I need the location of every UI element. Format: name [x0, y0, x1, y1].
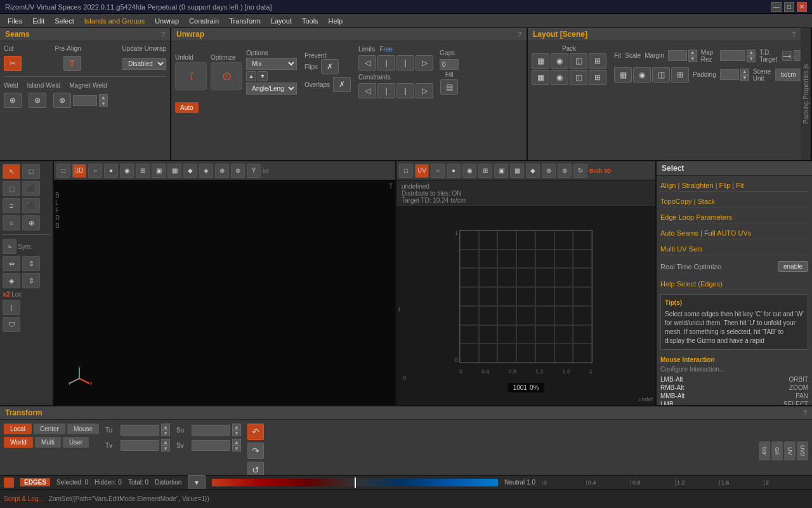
weld-value-spinner[interactable]: ▲ ▼ [99, 94, 108, 107]
limit-right-icon[interactable]: ▷ [416, 55, 433, 70]
uv2-tab[interactable]: UV2 [797, 441, 808, 460]
vp3d-3d-icon[interactable]: 3D [72, 164, 86, 178]
tu-down[interactable]: ▼ [161, 430, 170, 436]
unwrap-arrow-up-icon[interactable]: ▲ [246, 71, 256, 81]
mapRez-up[interactable]: ▲ [747, 50, 756, 56]
right-link-multiuv[interactable]: Multi UV Sets [660, 243, 808, 255]
overlaps-icon[interactable]: ✗ [333, 77, 351, 92]
mirror-h-icon[interactable]: ⇔ [3, 256, 20, 271]
multi-button[interactable]: Multi [35, 437, 61, 448]
gri-tab[interactable]: Gri [771, 441, 783, 460]
packing-properties-sidebar[interactable]: Packing Properties |s [801, 28, 812, 160]
fill-icon[interactable]: ▤ [440, 79, 458, 95]
pack-icon5[interactable]: ▦ [532, 70, 549, 85]
limit-mid2-icon[interactable]: | [396, 55, 414, 70]
tv-spinner[interactable]: ▲ ▼ [161, 439, 170, 451]
vpuv-shading-icon[interactable]: ○ [431, 164, 445, 178]
box-select-icon[interactable]: □ [22, 164, 40, 179]
sv-input[interactable]: 0 [192, 440, 230, 451]
unwrap-arrow-down-icon[interactable]: ▼ [258, 71, 268, 81]
menu-tools[interactable]: Tools [297, 16, 324, 26]
tv-down[interactable]: ▼ [161, 445, 170, 451]
limit-left-icon[interactable]: ◁ [358, 55, 376, 70]
mapRez-down[interactable]: ▼ [747, 56, 756, 62]
vp3d-sphere1-icon[interactable]: ● [104, 164, 118, 178]
auto-button[interactable]: Auto [175, 102, 199, 113]
constraint-right-icon[interactable]: ▷ [416, 83, 433, 98]
vpuv-opt-icon[interactable]: ⊛ [558, 164, 572, 178]
scr-tab[interactable]: Scr [759, 441, 770, 460]
right-link-topocopy[interactable]: TopoCopy | Stack [660, 196, 808, 208]
pack-icon3[interactable]: ◫ [570, 53, 587, 69]
weld-spinner-up[interactable]: ▲ [99, 94, 108, 100]
window-controls[interactable]: — □ ✕ [771, 2, 807, 12]
align-icon[interactable]: T [63, 56, 81, 71]
constraint-left-icon[interactable]: ◁ [358, 83, 376, 98]
unwrap-help[interactable]: ? [518, 30, 521, 38]
tdTarget-icon[interactable]: ⟶ [782, 51, 792, 61]
weld-icon[interactable]: ⊕ [4, 93, 22, 108]
menu-layout[interactable]: Layout [266, 16, 297, 26]
weld-value-input[interactable]: 0.001 [73, 95, 97, 106]
tool7-icon[interactable]: ◈ [3, 273, 20, 288]
vpuv-sphere1-icon[interactable]: ● [447, 164, 461, 178]
sv-down[interactable]: ▼ [232, 445, 241, 451]
layout-icon12[interactable]: ⊞ [671, 67, 689, 83]
right-link-helpselect[interactable]: Help Select (Edges) [660, 278, 808, 290]
padding-down[interactable]: ▼ [740, 75, 749, 81]
right-link-autoseams[interactable]: Auto Seams | Full AUTO UVs [660, 227, 808, 239]
maximize-button[interactable]: □ [784, 2, 794, 12]
vpuv-checker-icon[interactable]: ⊞ [478, 164, 492, 178]
pin-icon[interactable]: ⬛ [22, 198, 40, 213]
seams-help[interactable]: ? [161, 30, 165, 38]
paint-select-icon[interactable]: ⬛ [22, 181, 40, 196]
padding-up[interactable]: ▲ [740, 69, 749, 75]
layout-icon9[interactable]: ▦ [614, 67, 632, 83]
margin-input[interactable]: 8 [668, 50, 687, 61]
sphere-icon[interactable]: ○ [3, 215, 20, 231]
transform-help[interactable]: ? [803, 409, 807, 417]
su-spinner[interactable]: ▲ ▼ [232, 424, 241, 436]
sv-up[interactable]: ▲ [232, 439, 241, 445]
vp3d-checker-icon[interactable]: ⊞ [136, 164, 150, 178]
pack-icon4[interactable]: ⊞ [589, 53, 606, 69]
gaps-value[interactable] [440, 59, 459, 70]
vp3d-up-icon[interactable]: Y [247, 164, 261, 178]
tu-spinner[interactable]: ▲ ▼ [161, 424, 170, 436]
pack-icon2[interactable]: ◉ [551, 53, 568, 69]
cut-scissors-icon[interactable]: ✂ [4, 56, 22, 71]
vp3d-tex1-icon[interactable]: ▣ [152, 164, 166, 178]
optimize-button[interactable]: ⊙ [211, 62, 242, 90]
vpuv-focus-icon[interactable]: ⊕ [542, 164, 556, 178]
tv-input[interactable]: 0 [121, 440, 159, 451]
menu-transform[interactable]: Transform [224, 16, 266, 26]
sym-icon[interactable]: ≈ [3, 239, 16, 254]
vp3d-tex2-icon[interactable]: ▦ [167, 164, 181, 178]
vpuv-tex3-icon[interactable]: ◆ [526, 164, 540, 178]
close-button[interactable]: ✕ [797, 2, 807, 12]
tu-up[interactable]: ▲ [161, 424, 170, 430]
angleLength-dropdown[interactable]: Angle/Length [246, 83, 297, 95]
local-button[interactable]: Local [4, 424, 32, 434]
padding-input[interactable]: 16 [720, 69, 739, 80]
minimize-button[interactable]: — [771, 2, 782, 12]
uv-tab[interactable]: UV [784, 441, 796, 460]
tu-input[interactable]: 0 [121, 425, 159, 436]
layout-icon10[interactable]: ◉ [633, 67, 651, 83]
su-down[interactable]: ▼ [232, 430, 241, 436]
tool8-icon[interactable]: ⇕ [22, 273, 40, 288]
menu-islands-groups[interactable]: Islands and Groups [79, 16, 150, 26]
sv-spinner[interactable]: ▲ ▼ [232, 439, 241, 451]
vp3d-shading-icon[interactable]: ○ [88, 164, 102, 178]
right-link-realtime[interactable]: Real Time Optimize enable [660, 259, 808, 274]
uv-viewport-canvas[interactable]: 1 0 for(let i=0;i<49;i++){ document.writ… [396, 207, 655, 405]
vpuv-sphere2-icon[interactable]: ◉ [462, 164, 476, 178]
vp3d-opt-icon[interactable]: ⊛ [231, 164, 245, 178]
layout-help[interactable]: ? [792, 30, 796, 38]
vpuv-refresh-icon[interactable]: ↻ [573, 164, 587, 178]
mouse-button[interactable]: Mouse [67, 424, 99, 434]
lasso-select-icon[interactable]: ⬚ [3, 181, 20, 196]
mirror-v-icon[interactable]: ⇕ [22, 256, 40, 271]
world-button[interactable]: World [4, 437, 33, 448]
globe-icon[interactable]: ⊕ [22, 215, 40, 231]
